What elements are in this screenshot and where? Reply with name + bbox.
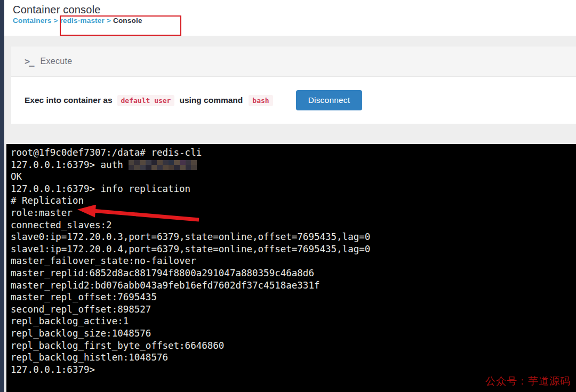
terminal-line: connected_slaves:2 [11,219,576,231]
page-header: Container console Containers > redis-mas… [4,0,576,36]
breadcrumb-item-console: Console [113,17,142,25]
terminal-line: 127.0.0.1:6379> [11,364,576,376]
terminal-line: master_replid:6852d8ac881794f8800a291047… [11,267,576,279]
terminal-line: slave1:ip=172.20.0.4,port=6379,state=onl… [11,243,576,255]
terminal-line: master_replid2:bd076abb043a9feb16efd7602… [11,279,576,292]
execute-panel-body: Exec into container as default user usin… [11,77,576,124]
terminal-line: repl_backlog_first_byte_offset:6646860 [11,340,576,352]
execute-section-header[interactable]: >_ Execute [11,46,576,77]
terminal-line: master_repl_offset:7695435 [11,291,576,303]
terminal-line: OK [11,171,576,183]
terminal-line: 127.0.0.1:6379> auth [11,159,576,171]
terminal-line: master_failover_state:no-failover [11,255,576,267]
breadcrumb-separator: > [105,17,113,25]
terminal-line: root@1f9c0def7307:/data# redis-cli [11,147,576,159]
watermark-text: 公众号：芋道源码 [485,375,571,387]
terminal-prompt-icon: >_ [25,56,33,67]
redacted-password [129,160,197,170]
left-edge-bar [0,0,4,392]
disconnect-button[interactable]: Disconnect [296,90,363,110]
terminal-line: repl_backlog_size:1048576 [11,327,576,340]
breadcrumb-separator: > [52,17,60,25]
breadcrumb-item-redis-master[interactable]: redis-master [60,17,105,25]
exec-text-middle: using command [179,95,243,105]
terminal-output: root@1f9c0def7307:/data# redis-cli127.0.… [11,147,576,375]
breadcrumb: Containers > redis-master > Console [13,17,576,25]
terminal-line: # Replication [11,195,576,207]
breadcrumb-item-containers[interactable]: Containers [13,17,52,25]
exec-user-chip: default user [117,95,175,106]
terminal-line: 127.0.0.1:6379> info replication [11,183,576,195]
execute-section-label: Execute [40,57,72,66]
terminal-line: repl_backlog_histlen:1048576 [11,351,576,364]
exec-command-chip: bash [249,95,273,106]
page-title: Container console [13,4,576,16]
terminal[interactable]: root@1f9c0def7307:/data# redis-cli127.0.… [6,144,576,392]
exec-text-prefix: Exec into container as [25,95,113,105]
terminal-line: role:master [11,207,576,219]
terminal-line: repl_backlog_active:1 [11,315,576,327]
terminal-line: slave0:ip=172.20.0.3,port=6379,state=onl… [11,231,576,243]
terminal-line: second_repl_offset:898527 [11,303,576,316]
